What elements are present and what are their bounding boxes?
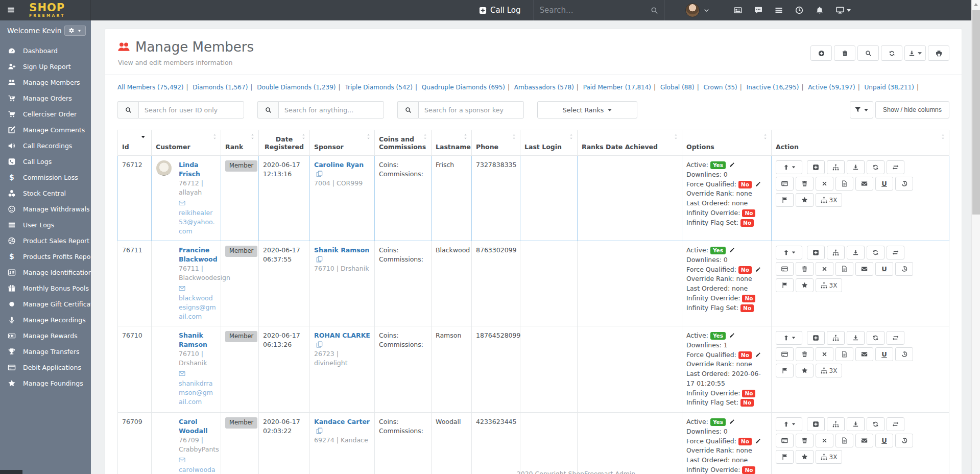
sort-icon[interactable] bbox=[762, 134, 768, 139]
email-button[interactable] bbox=[855, 177, 873, 191]
filter-dropdown-button[interactable] bbox=[850, 101, 873, 118]
email-button[interactable] bbox=[855, 434, 873, 447]
header-date-registered[interactable]: Date Registered bbox=[259, 130, 310, 156]
customer-avatar[interactable] bbox=[156, 160, 172, 176]
sidebar-item-manage-withdrawals[interactable]: Manage Withdrawals bbox=[0, 201, 91, 217]
sponsor-name-link[interactable]: ROHAN CLARKE bbox=[314, 331, 370, 339]
sidebar-item-manage-gift-certificates[interactable]: Manage Gift Certificates bbox=[0, 296, 91, 312]
sidebar-item-stock-central[interactable]: Stock Central bbox=[0, 185, 91, 201]
select-ranks-dropdown[interactable]: Select Ranks bbox=[537, 101, 637, 118]
remove-button[interactable] bbox=[816, 262, 833, 276]
filter-link[interactable]: All Members (75,492) bbox=[117, 84, 183, 91]
refresh-button[interactable] bbox=[881, 45, 902, 61]
copy-icon[interactable] bbox=[316, 171, 323, 177]
header-customer[interactable]: Customer bbox=[152, 130, 221, 156]
sort-icon[interactable] bbox=[673, 134, 679, 139]
sort-desc-icon[interactable] bbox=[140, 134, 147, 140]
sidebar-item-cellerciser-order[interactable]: Cellerciser Order bbox=[0, 106, 91, 122]
history-button[interactable] bbox=[895, 262, 913, 276]
search-icon-button[interactable] bbox=[257, 101, 278, 118]
pencil-icon[interactable] bbox=[729, 162, 735, 168]
menu-icon[interactable] bbox=[0, 6, 15, 15]
header-phone[interactable]: Phone bbox=[472, 130, 520, 156]
filter-link[interactable]: Double Diamonds (1,239) bbox=[257, 84, 336, 91]
card-button[interactable] bbox=[776, 347, 794, 361]
sidebar-item-user-logs[interactable]: User Logs bbox=[0, 217, 91, 233]
search-button[interactable] bbox=[857, 45, 879, 61]
clock-icon[interactable] bbox=[795, 6, 803, 14]
filter-link[interactable]: Active (59,197) bbox=[808, 84, 855, 91]
promote-button[interactable] bbox=[776, 331, 802, 345]
remove-button[interactable] bbox=[816, 177, 833, 191]
filter-link[interactable]: Triple Diamonds (542) bbox=[345, 84, 413, 91]
add-button[interactable] bbox=[807, 331, 825, 345]
notes-button[interactable] bbox=[835, 347, 853, 361]
pencil-icon[interactable] bbox=[755, 438, 761, 444]
window-scrollbar[interactable] bbox=[971, 0, 980, 474]
sidebar-item-monthly-bonus-pools[interactable]: Monthly Bonus Pools bbox=[0, 280, 91, 296]
filter-link[interactable]: Crown (35) bbox=[704, 84, 737, 91]
sidebar-item-manage-members[interactable]: Manage Members bbox=[0, 75, 91, 90]
header-ranks-date-achieved[interactable]: Ranks Date Achieved bbox=[578, 130, 682, 156]
card-button[interactable] bbox=[776, 434, 794, 447]
sort-icon[interactable] bbox=[212, 134, 218, 139]
header-rank[interactable]: Rank bbox=[221, 130, 259, 156]
genealogy-3x-button[interactable]: 3X bbox=[816, 364, 842, 377]
star-button[interactable] bbox=[796, 450, 814, 464]
user-menu[interactable] bbox=[685, 3, 709, 17]
navbar-search-input[interactable] bbox=[540, 6, 651, 15]
print-button[interactable] bbox=[928, 45, 949, 61]
genealogy-button[interactable] bbox=[827, 417, 845, 431]
sidebar-item-dashboard[interactable]: Dashboard bbox=[0, 43, 91, 59]
settings-button[interactable] bbox=[64, 26, 86, 36]
card-button[interactable] bbox=[776, 262, 794, 276]
copy-icon[interactable] bbox=[316, 341, 323, 348]
filter-link[interactable]: Global (88) bbox=[660, 84, 695, 91]
customer-name-link[interactable]: Shanik Ramson bbox=[179, 331, 207, 348]
genealogy-3x-button[interactable]: 3X bbox=[816, 450, 842, 464]
sidebar-item-debit-applications[interactable]: Debit Applications bbox=[0, 360, 91, 375]
sponsor-name-link[interactable]: Kandace Carter bbox=[314, 418, 370, 425]
list-icon[interactable] bbox=[775, 6, 783, 14]
pencil-icon[interactable] bbox=[755, 267, 761, 272]
add-button[interactable] bbox=[807, 160, 825, 174]
sidebar-item-sign-up-report[interactable]: Sign Up Report bbox=[0, 59, 91, 75]
sort-icon[interactable] bbox=[568, 134, 574, 139]
call-log-button[interactable]: Call Log bbox=[479, 6, 521, 15]
header-lastname[interactable]: Lastname bbox=[432, 130, 472, 156]
card-button[interactable] bbox=[776, 177, 794, 191]
sidebar-item-manage-identifications[interactable]: Manage Identifications bbox=[0, 265, 91, 280]
refresh-button[interactable] bbox=[867, 417, 885, 431]
refresh-button[interactable] bbox=[867, 160, 885, 174]
underline-button[interactable]: U bbox=[875, 262, 893, 276]
genealogy-button[interactable] bbox=[827, 246, 845, 259]
notes-button[interactable] bbox=[835, 434, 853, 447]
customer-name-link[interactable]: Linda Frisch bbox=[179, 161, 200, 178]
customer-email-link[interactable]: shanikdrramson@gmail.com bbox=[179, 380, 213, 406]
email-button[interactable] bbox=[855, 262, 873, 276]
copy-icon[interactable] bbox=[316, 256, 323, 263]
star-button[interactable] bbox=[796, 278, 814, 292]
pencil-icon[interactable] bbox=[755, 352, 761, 358]
remove-button[interactable] bbox=[816, 347, 833, 361]
add-button[interactable] bbox=[807, 417, 825, 431]
user-id-search-input[interactable] bbox=[138, 101, 244, 118]
search-icon[interactable] bbox=[651, 7, 658, 14]
delete-button[interactable] bbox=[796, 434, 814, 447]
sort-icon[interactable] bbox=[301, 134, 306, 139]
star-button[interactable] bbox=[796, 364, 814, 377]
flag-button[interactable] bbox=[776, 364, 794, 377]
header-last-login[interactable]: Last Login bbox=[520, 130, 578, 156]
customer-email-link[interactable]: carolwoodall bbox=[179, 466, 216, 474]
filter-link[interactable]: Unpaid (38,211) bbox=[865, 84, 914, 91]
user-avatar[interactable] bbox=[685, 3, 700, 17]
filter-link[interactable]: Diamonds (1,567) bbox=[193, 84, 248, 91]
add-button[interactable] bbox=[807, 246, 825, 259]
underline-button[interactable]: U bbox=[875, 347, 893, 361]
sponsor-name-link[interactable]: Shanik Ramson bbox=[314, 246, 369, 254]
underline-button[interactable]: U bbox=[875, 434, 893, 447]
promote-button[interactable] bbox=[776, 246, 802, 259]
anything-search-input[interactable] bbox=[278, 101, 384, 118]
customer-name-link[interactable]: Francine Blackwood bbox=[179, 246, 218, 263]
sidebar-item-manage-rewards[interactable]: Manage Rewards bbox=[0, 328, 91, 344]
